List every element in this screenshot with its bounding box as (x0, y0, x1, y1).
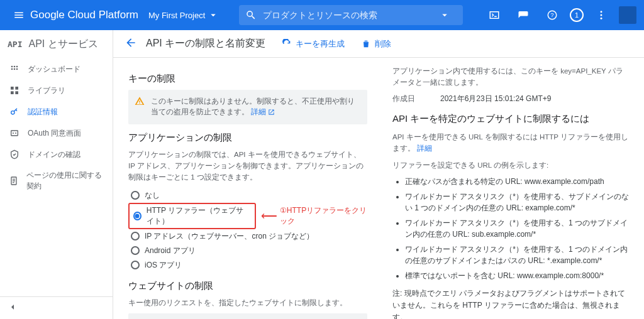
nav-label: 認証情報 (28, 107, 58, 117)
blank-accepts-all-warning: 空白のままにすると、API キーはすべてのウェブサイトからリクエストを受け入れま… (128, 313, 367, 319)
warning-icon (135, 96, 145, 109)
nav-label: ダッシュボード (28, 64, 80, 75)
hamburger-menu-icon[interactable] (11, 8, 26, 23)
user-avatar[interactable] (619, 6, 636, 24)
search-icon (245, 9, 257, 21)
verified-icon (9, 149, 20, 160)
back-button[interactable] (125, 36, 137, 51)
svg-point-6 (14, 66, 16, 68)
svg-point-10 (16, 68, 18, 70)
svg-point-18 (15, 132, 16, 134)
sidebar-header: API API とサービス (0, 30, 113, 58)
cloud-shell-icon[interactable] (487, 8, 502, 23)
svg-point-5 (11, 66, 13, 68)
trash-icon (361, 39, 371, 49)
referrer-examples-list: 正確なパスが含まれる特定の URL: www.example.com/path … (392, 176, 629, 281)
created-value: 2021年6月23日 15:01:24 GMT+9 (440, 94, 551, 104)
details-link-2[interactable]: 詳細 (417, 144, 432, 152)
section-key-restrictions: キーの制限 (128, 73, 367, 85)
search-bar[interactable] (239, 5, 463, 25)
restrict-to-website-heading: API キーを特定のウェブサイトに制限するには (392, 113, 629, 125)
svg-rect-12 (15, 87, 18, 90)
svg-point-4 (601, 18, 602, 19)
examples-intro: リファラーを設定できる URL の例を示します: (392, 160, 629, 171)
open-in-new-icon (268, 109, 275, 116)
help-icon[interactable]: ? (545, 8, 560, 23)
product-title: Google Cloud Platform (30, 9, 138, 21)
created-date-row: 作成日 2021年6月23日 15:01:24 GMT+9 (392, 94, 629, 104)
radio-none[interactable]: なし (128, 188, 367, 203)
svg-point-8 (11, 68, 13, 70)
list-item: 標準ではないポートを含む URL: www.example.com:8000/* (405, 270, 629, 281)
dashboard-icon (9, 63, 20, 75)
usage-note: アプリケーション内で使用するには、このキーを key=API_KEY パラメータ… (392, 65, 629, 89)
radio-ip-addresses[interactable]: IP アドレス（ウェブサーバー、cron ジョブなど） (128, 229, 367, 244)
list-item: ワイルドカード アスタリスク（*）を使用する、1 つのサブドメイン内の任意の U… (405, 217, 629, 240)
chevron-down-icon (208, 9, 219, 21)
nav-page-usage-agreement[interactable]: ページの使用に関する契約 (0, 165, 113, 197)
nav-label: OAuth 同意画面 (28, 128, 81, 139)
page-header: API キーの制限と名前変更 キーを再生成 削除 (113, 30, 644, 58)
project-selector[interactable]: My First Project (148, 9, 219, 21)
nav-dashboard[interactable]: ダッシュボード (0, 58, 113, 80)
svg-rect-13 (11, 91, 14, 94)
refresh-icon (282, 39, 292, 49)
restrict-desc: API キーを使用できる URL を制限するには HTTP リファラーを使用しま… (392, 131, 629, 154)
more-vert-icon[interactable] (594, 8, 609, 23)
page-title: API キーの制限と名前変更 (146, 37, 265, 50)
annotation-1: ⟵①HTTPリファラーをクリック (261, 205, 367, 227)
library-icon (9, 85, 20, 96)
document-icon (9, 175, 19, 187)
sidebar-collapse-button[interactable] (0, 296, 113, 319)
radio-android[interactable]: Android アプリ (128, 244, 367, 258)
nav-label: ライブラリ (28, 85, 65, 96)
consent-icon (9, 127, 20, 139)
delete-key-button[interactable]: 削除 (361, 38, 391, 50)
nav-label: ドメインの確認 (28, 149, 80, 160)
svg-text:?: ? (550, 12, 553, 18)
no-restrictions-warning: このキーに制限はありません。制限すると、不正使用や割り当ての盗用を防止できます。… (128, 90, 367, 124)
sidebar: API API とサービス ダッシュボード ライブラリ 認証情報 OAuth 同… (0, 30, 113, 319)
key-icon (9, 106, 20, 117)
nav-library[interactable]: ライブラリ (0, 80, 113, 101)
chevron-left-icon (8, 302, 18, 312)
app-restriction-radio-group: なし HTTP リファラー（ウェブサイト） ⟵①HTTPリファラーをクリック I… (128, 188, 367, 273)
project-name: My First Project (148, 11, 205, 20)
nav-credentials[interactable]: 認証情報 (0, 101, 113, 122)
arrow-left-icon (125, 36, 137, 49)
svg-rect-11 (11, 87, 14, 90)
radio-ios[interactable]: iOS アプリ (128, 258, 367, 273)
list-item: 正確なパスが含まれる特定の URL: www.example.com/path (405, 176, 629, 187)
nav-label: ページの使用に関する契約 (26, 170, 104, 192)
sidebar-title: API とサービス (28, 38, 97, 51)
radio-http-referrer[interactable]: HTTP リファラー（ウェブサイト） (128, 203, 256, 229)
svg-rect-14 (15, 91, 18, 94)
messages-icon[interactable] (516, 8, 531, 23)
nav-domain-verification[interactable]: ドメインの確認 (0, 144, 113, 165)
app-restrictions-desc: アプリケーションの制限では、API キーを使用できるウェブサイト、IP アドレス… (128, 149, 367, 183)
svg-point-15 (11, 111, 14, 114)
svg-point-17 (13, 132, 14, 134)
nav-oauth-consent[interactable]: OAuth 同意画面 (0, 122, 113, 144)
svg-point-9 (14, 68, 16, 70)
website-restrictions-desc: キー使用のリクエストを、指定したウェブサイトに制限します。 (128, 297, 367, 308)
search-input[interactable] (263, 10, 439, 20)
section-website-restrictions: ウェブサイトの制限 (128, 280, 367, 292)
section-app-restrictions: アプリケーションの制限 (128, 132, 367, 144)
top-header: Google Cloud Platform My First Project ?… (0, 0, 644, 30)
details-link[interactable]: 詳細 (251, 108, 275, 116)
api-logo: API (8, 40, 22, 49)
regenerate-key-button[interactable]: キーを再生成 (282, 38, 345, 50)
svg-point-3 (601, 14, 602, 16)
notifications-badge[interactable]: 1 (570, 8, 584, 22)
query-fragment-note: 注: 現時点でクエリ パラメータおよびフラグメントはサポートされていません。これ… (392, 288, 629, 319)
main-area: API キーの制限と名前変更 キーを再生成 削除 キーの制限 このキーに制限はあ… (113, 30, 644, 319)
list-item: ワイルドカード アスタリスク（*）を使用する、1 つのドメイン内の任意のサブドメ… (405, 244, 629, 266)
list-item: ワイルドカード アスタリスク（*）を使用する、サブドメインのない 1 つのドメイ… (405, 191, 629, 214)
svg-point-2 (601, 11, 602, 13)
chevron-down-icon[interactable] (439, 9, 450, 21)
created-label: 作成日 (392, 94, 415, 104)
svg-point-7 (16, 66, 18, 68)
svg-rect-16 (11, 131, 18, 136)
